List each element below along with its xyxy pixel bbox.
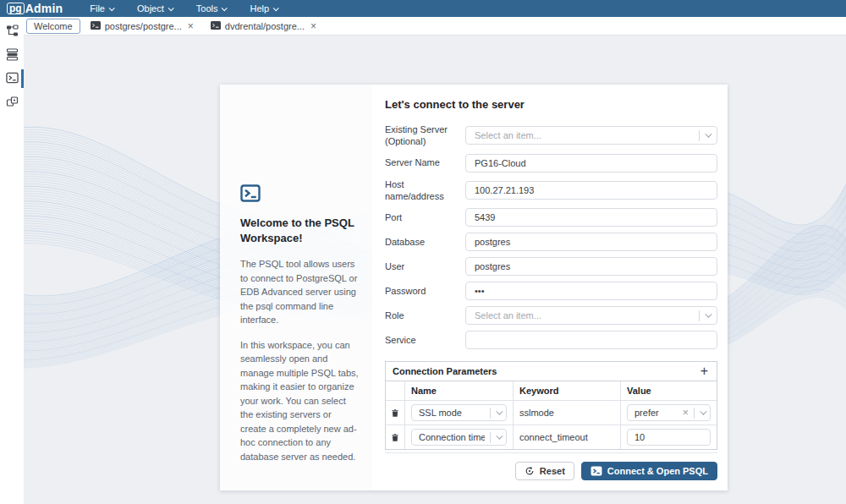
sidebar-item-psql-tool[interactable] xyxy=(0,67,24,90)
reset-button[interactable]: Reset xyxy=(515,462,574,480)
close-icon[interactable]: × xyxy=(310,22,316,30)
param-value-select[interactable]: prefer × xyxy=(627,404,711,421)
schema-diagram-icon xyxy=(6,96,19,110)
connection-parameters-section: Connection Parameters + Name Keyword Val… xyxy=(385,361,717,450)
connection-parameters-title: Connection Parameters xyxy=(393,366,497,376)
connect-open-psql-button[interactable]: Connect & Open PSQL xyxy=(581,462,717,480)
role-select[interactable]: Select an item... xyxy=(465,306,717,325)
parameters-table: Name Keyword Value SSL mode xyxy=(386,381,717,449)
object-explorer-icon xyxy=(6,25,19,39)
port-input[interactable] xyxy=(465,208,717,227)
database-input[interactable] xyxy=(465,233,717,251)
tab-label: postgres/postgre... xyxy=(105,21,182,31)
tab-bar: Welcome postgres/postgre... × dvdrental/… xyxy=(24,17,846,36)
tab-psql-postgres[interactable]: postgres/postgre... × xyxy=(84,19,201,34)
chevron-down-icon xyxy=(496,433,503,440)
dialog-footer: Reset Connect & Open PSQL xyxy=(385,452,717,480)
terminal-icon xyxy=(591,466,602,476)
menu-tools[interactable]: Tools xyxy=(188,2,235,15)
tab-label: Welcome xyxy=(34,21,73,31)
sidebar-item-schema-diagram[interactable] xyxy=(0,90,24,114)
sidebar-item-servers[interactable] xyxy=(0,43,24,67)
server-name-input[interactable] xyxy=(465,154,717,173)
logo-admin-text: Admin xyxy=(25,2,63,15)
password-label: Password xyxy=(385,285,465,297)
menu-file[interactable]: File xyxy=(81,2,122,15)
existing-server-label: Existing Server (Optional) xyxy=(385,123,465,148)
pgadmin-logo: pg Admin xyxy=(7,2,63,15)
welcome-paragraph-1: The PSQL tool allows users to connect to… xyxy=(240,257,360,327)
close-icon[interactable]: × xyxy=(188,22,194,30)
psql-workspace-content: Welcome to the PSQL Workspace! The PSQL … xyxy=(24,36,846,504)
tab-psql-dvdrental[interactable]: dvdrental/postgre... × xyxy=(204,19,323,34)
param-keyword: connect_timeout xyxy=(513,425,620,449)
trash-icon xyxy=(392,408,398,419)
existing-server-select[interactable]: Select an item... xyxy=(465,126,717,145)
welcome-title: Welcome to the PSQL Workspace! xyxy=(240,216,360,245)
menu-bar: File Object Tools Help xyxy=(81,2,286,15)
terminal-icon xyxy=(91,21,101,31)
database-label: Database xyxy=(385,236,465,248)
chevron-down-icon xyxy=(496,408,503,415)
param-name-select[interactable]: Connection timeout ( xyxy=(411,429,507,446)
user-label: User xyxy=(385,260,465,272)
password-input[interactable] xyxy=(465,282,717,300)
trash-icon xyxy=(392,432,398,443)
terminal-icon xyxy=(6,72,19,85)
chevron-down-icon xyxy=(705,311,711,318)
param-name-select[interactable]: SSL mode xyxy=(411,404,507,421)
column-header-value: Value xyxy=(620,381,717,400)
tab-label: dvdrental/postgre... xyxy=(225,21,305,31)
menu-help[interactable]: Help xyxy=(241,2,286,15)
chevron-down-icon xyxy=(222,5,228,11)
workspace-sidebar xyxy=(0,17,24,504)
param-value-input[interactable] xyxy=(627,429,711,446)
connect-dialog-card: Welcome to the PSQL Workspace! The PSQL … xyxy=(220,85,728,490)
chevron-down-icon xyxy=(705,131,711,138)
delete-row-button[interactable] xyxy=(386,400,404,425)
host-label: Host name/address xyxy=(385,178,465,203)
psql-terminal-icon xyxy=(240,184,360,204)
connect-form: Let's connect to the server Existing Ser… xyxy=(372,85,728,490)
param-keyword: sslmode xyxy=(513,400,620,425)
form-title: Let's connect to the server xyxy=(385,98,717,111)
servers-icon xyxy=(6,48,19,63)
add-parameter-button[interactable]: + xyxy=(699,365,710,377)
menu-object[interactable]: Object xyxy=(129,2,181,15)
sidebar-item-object-explorer[interactable] xyxy=(0,19,24,43)
delete-row-button[interactable] xyxy=(386,425,404,449)
tab-welcome[interactable]: Welcome xyxy=(26,19,80,34)
user-input[interactable] xyxy=(465,257,717,276)
welcome-paragraph-2: In this workspace, you can seamlessly op… xyxy=(240,338,360,464)
chevron-down-icon xyxy=(109,5,115,11)
reset-icon xyxy=(525,466,535,476)
column-header-name: Name xyxy=(404,381,513,400)
port-label: Port xyxy=(385,211,465,223)
chevron-down-icon xyxy=(168,5,173,11)
role-label: Role xyxy=(385,310,465,321)
host-input[interactable] xyxy=(465,181,717,200)
server-name-label: Server Name xyxy=(385,156,465,168)
terminal-icon xyxy=(211,21,221,31)
logo-pg-mark: pg xyxy=(7,3,25,14)
service-label: Service xyxy=(385,334,465,346)
column-header-keyword: Keyword xyxy=(513,381,620,400)
welcome-panel: Welcome to the PSQL Workspace! The PSQL … xyxy=(220,85,372,490)
top-menu-bar: pg Admin File Object Tools Help xyxy=(0,0,846,17)
chevron-down-icon xyxy=(273,5,279,11)
clear-icon[interactable]: × xyxy=(682,408,689,417)
chevron-down-icon xyxy=(700,408,706,415)
service-input[interactable] xyxy=(465,331,717,349)
